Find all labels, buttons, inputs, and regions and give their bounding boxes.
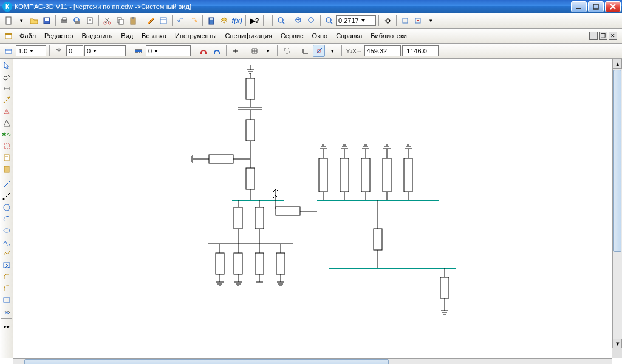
menu-libs[interactable]: Библиотеки (367, 31, 411, 41)
paste-button[interactable] (127, 15, 139, 27)
param-button[interactable] (230, 45, 242, 57)
snap-toggle-2[interactable] (211, 45, 223, 57)
ortho-button[interactable] (299, 45, 312, 57)
spline-tool[interactable] (1, 237, 13, 248)
geometry-tool[interactable] (1, 72, 13, 83)
snap-toggle-1[interactable] (197, 45, 210, 57)
undo-button[interactable] (175, 15, 187, 27)
offset-tool[interactable] (1, 306, 13, 317)
dimension-tool[interactable] (1, 83, 13, 94)
fillet-tool[interactable] (1, 283, 13, 294)
svg-marker-60 (4, 120, 10, 126)
grid-dropdown[interactable]: ▾ (262, 45, 274, 57)
snap-dropdown[interactable]: ▾ (326, 45, 338, 57)
zoom-fit-button[interactable] (275, 15, 287, 27)
refresh-dropdown[interactable]: ▾ (425, 15, 437, 27)
coord-y-input[interactable] (402, 46, 439, 56)
close-button[interactable] (605, 1, 621, 12)
coord-x-input[interactable] (364, 46, 401, 56)
grid-button[interactable] (248, 45, 261, 57)
properties-button[interactable] (157, 15, 169, 27)
line-style-select[interactable]: 0 (146, 46, 191, 56)
scroll-up-arrow[interactable]: ▴ (613, 59, 622, 69)
circle-tool[interactable] (1, 202, 13, 213)
menu-tools[interactable]: Инструменты (171, 31, 220, 41)
rectangle-tool[interactable] (1, 294, 13, 305)
scroll-v-thumb[interactable] (613, 70, 621, 252)
mdi-close[interactable]: ✕ (609, 32, 617, 40)
line-style-button[interactable] (132, 45, 145, 57)
scroll-h-thumb[interactable] (24, 359, 389, 364)
pan-button[interactable]: ✥ (381, 15, 394, 27)
refresh-button[interactable] (412, 15, 424, 27)
menu-editor[interactable]: Редактор (41, 31, 77, 41)
hatch-tool[interactable] (1, 260, 13, 271)
layer-number-input[interactable] (66, 46, 83, 56)
rebuild-button[interactable] (399, 15, 411, 27)
new-dropdown[interactable]: ▾ (15, 15, 27, 27)
mdi-minimize[interactable]: – (589, 32, 598, 40)
copy-button[interactable] (114, 15, 126, 27)
zoom-in-button[interactable]: + (293, 15, 305, 27)
arc-tool[interactable] (1, 214, 13, 224)
snap-mode-button[interactable] (313, 45, 325, 57)
select-tool[interactable] (1, 60, 13, 71)
horizontal-scrollbar[interactable] (13, 358, 612, 364)
svg-point-68 (4, 204, 10, 211)
snap-box-button[interactable] (281, 45, 293, 57)
redo-button[interactable] (188, 15, 200, 27)
layer-select[interactable]: 0 (84, 46, 126, 56)
polyline-tool[interactable] (1, 248, 13, 259)
new-file-button[interactable] (2, 15, 15, 27)
layer-state-button[interactable] (53, 45, 65, 57)
mdi-restore[interactable]: ❐ (599, 32, 607, 40)
print-preview-button[interactable] (71, 15, 83, 27)
window-title: КОМПАС-3D V11 - [чертежи по пп.cdw ->Сис… (15, 3, 571, 10)
layers-button[interactable] (218, 15, 230, 27)
drawing-canvas[interactable] (13, 59, 612, 358)
open-button[interactable] (28, 15, 40, 27)
cut-button[interactable] (101, 15, 114, 27)
vertical-scrollbar[interactable]: ▴ ▾ (612, 59, 622, 358)
menu-file[interactable]: Файл (16, 31, 39, 41)
menu-view[interactable]: Вид (117, 31, 137, 41)
expand-sidebar[interactable]: ▸▸ (1, 321, 13, 332)
menu-icon-button[interactable] (2, 30, 15, 42)
selection-tool[interactable] (1, 141, 13, 152)
line2-tool[interactable] (1, 190, 13, 201)
minimize-button[interactable] (571, 1, 587, 12)
save-button[interactable] (41, 15, 53, 27)
edit-tool[interactable]: ⚠ (1, 106, 13, 117)
menu-service[interactable]: Сервис (277, 31, 307, 41)
svg-rect-87 (246, 168, 255, 189)
variables-button[interactable]: f(x) (231, 15, 243, 27)
measure-tool[interactable]: ✱∿ (1, 129, 13, 140)
help-cursor-button[interactable]: ▶? (248, 15, 261, 27)
maximize-button[interactable] (588, 1, 604, 12)
zoom-actual-button[interactable] (323, 15, 335, 27)
document-button[interactable] (84, 15, 96, 27)
menu-window[interactable]: Окно (309, 31, 332, 41)
brush-button[interactable] (145, 15, 157, 27)
param-tool[interactable] (1, 118, 13, 129)
print-button[interactable] (58, 15, 70, 27)
zoom-out-button[interactable]: − (306, 15, 318, 27)
menu-spec[interactable]: Спецификация (222, 31, 276, 41)
menu-select[interactable]: Выделить (78, 31, 116, 41)
scroll-down-arrow[interactable]: ▾ (613, 339, 622, 348)
report-tool[interactable] (1, 164, 13, 175)
ellipse-tool[interactable] (1, 225, 13, 236)
spec-tool[interactable] (1, 152, 13, 163)
text-tool[interactable] (1, 95, 13, 106)
zoom-value-input[interactable]: 0.2717 (336, 15, 376, 26)
line-tool[interactable] (1, 179, 13, 190)
main-toolbar: ▾ f(x) ▶? + − 0.2717 ✥ ▾ (0, 13, 622, 29)
menu-insert[interactable]: Вставка (138, 31, 170, 41)
menu-help[interactable]: Справка (332, 31, 366, 41)
chamfer-tool[interactable] (1, 271, 13, 282)
svg-line-53 (7, 75, 10, 77)
scale-input[interactable]: 1.0 (16, 46, 46, 56)
view-state-button[interactable] (2, 45, 15, 57)
calculator-button[interactable] (205, 15, 217, 27)
svg-rect-21 (132, 17, 134, 19)
